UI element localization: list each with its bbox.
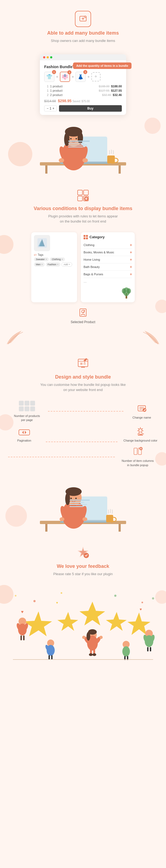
add-bundle-icon — [75, 11, 91, 27]
tag-sweater[interactable]: Sweater × — [34, 257, 49, 261]
feedback-title: We love your feedback — [5, 563, 161, 569]
svg-point-15 — [64, 132, 70, 146]
total-new: $298.95 — [58, 99, 72, 103]
tag-fashion[interactable]: Fashion × — [46, 262, 60, 267]
feature-label-pagination: Pagination — [8, 439, 40, 442]
qty-badge-1: 1 — [52, 70, 56, 74]
grid-cell — [19, 401, 24, 406]
svg-point-79 — [59, 517, 65, 521]
section1-desc: Shop owners can add many bundle items — [5, 38, 161, 43]
svg-point-112 — [89, 653, 93, 656]
bundle-item-1[interactable]: 👕 1 — [44, 72, 54, 82]
svg-rect-28 — [78, 190, 82, 195]
woman-illustration-2 — [32, 473, 134, 535]
remove-tag-sweater[interactable]: × — [46, 258, 47, 261]
section-conditions: Various conditions to display bundle ite… — [0, 177, 166, 324]
remove-tag-fashion[interactable]: × — [57, 263, 58, 266]
grid-cell — [30, 406, 35, 411]
bundle-item-3[interactable]: 👗 1 — [76, 72, 86, 82]
blob-bottom-left — [5, 505, 27, 527]
section-feedback: We love your feedback Please rate 5 star… — [0, 535, 166, 672]
section3-desc: You can customise how the bundle list po… — [5, 382, 161, 393]
qty-value: 1 — [50, 106, 51, 110]
list-item[interactable]: Clothing + — [84, 242, 132, 249]
tags-row-2: Men × Fashion × Add + — [34, 262, 74, 267]
svg-rect-128 — [147, 647, 149, 651]
svg-marker-92 — [106, 612, 127, 631]
svg-rect-101 — [20, 636, 22, 640]
svg-point-131 — [33, 600, 36, 602]
remove-tag-clothing[interactable]: × — [61, 258, 63, 261]
svg-point-41 — [127, 288, 131, 294]
section3-title: Design and style bundle — [5, 374, 161, 380]
svg-point-121 — [122, 646, 130, 656]
svg-rect-23 — [107, 155, 115, 164]
svg-rect-24 — [68, 141, 90, 142]
remove-tag-men[interactable]: × — [42, 263, 43, 266]
list-item[interactable]: Home Living + — [84, 256, 132, 264]
svg-rect-44 — [78, 359, 88, 367]
svg-rect-46 — [80, 363, 82, 365]
grid-cell — [19, 406, 24, 411]
category-header: Category — [84, 235, 132, 239]
browser-bar — [40, 54, 126, 60]
list-item[interactable]: Bath Beauty + — [84, 264, 132, 271]
bundle-add-btn[interactable]: + — [91, 72, 100, 82]
cat-plus-bags[interactable]: + — [130, 272, 132, 276]
bundle-rows: 1 1 product $188.00 $188.00 1 1 product … — [44, 85, 122, 96]
cat-bath: Bath Beauty — [84, 265, 100, 269]
bundle-tooltip: Add the quantity of items in a bundle — [73, 62, 131, 69]
svg-rect-85 — [70, 506, 83, 507]
svg-point-134 — [141, 602, 143, 603]
section-add-bundle: Able to add many bundle items Shop owner… — [0, 0, 166, 177]
svg-rect-8 — [119, 165, 121, 174]
feature-pagination: Pagination — [8, 429, 40, 442]
tags-row: Sweater × Clothing × — [34, 257, 74, 261]
bundle-browser-window: Add the quantity of items in a bundle Fa… — [40, 54, 126, 115]
svg-rect-81 — [106, 515, 113, 522]
svg-marker-58 — [25, 431, 27, 434]
feature-label-products-per-page: Number of productsper page — [8, 414, 46, 422]
tag-clothing[interactable]: Clothing × — [50, 257, 65, 261]
svg-point-75 — [76, 498, 77, 499]
feedback-desc: Please rate 5 star if you like our plugi… — [5, 571, 161, 577]
list-item[interactable]: Bags & Purses + — [84, 271, 132, 278]
cat-books: Books, Movies & Music — [84, 251, 114, 254]
conditions-tags-panel: 🏷 Tags Sweater × Clothing × Men — [31, 232, 77, 302]
svg-rect-30 — [78, 196, 82, 201]
cat-plus-bath[interactable]: + — [130, 265, 132, 269]
cat-plus-books[interactable]: + — [130, 250, 132, 254]
svg-rect-26 — [68, 145, 87, 146]
quantity-stepper[interactable]: − 1 + — [44, 105, 57, 112]
list-item[interactable]: Books, Movies & Music + — [84, 249, 132, 256]
cat-plus-clothing[interactable]: + — [130, 243, 132, 247]
svg-point-88 — [84, 553, 89, 558]
blob-decoration-2 — [144, 118, 161, 134]
qty-minus[interactable]: − — [47, 106, 48, 110]
dashed-connector-3 — [8, 457, 115, 457]
svg-point-16 — [78, 132, 83, 144]
qty-plus[interactable]: + — [52, 106, 54, 110]
bundle-items-row: 👕 1 + 👘 1 + 👗 1 + — [44, 72, 122, 82]
woman-illustration-2-wrap — [0, 473, 166, 535]
svg-point-136 — [152, 597, 154, 599]
buy-button[interactable]: Buy — [59, 105, 122, 112]
svg-marker-91 — [80, 602, 105, 625]
svg-point-22 — [82, 158, 88, 162]
woman-illustration-1 — [32, 112, 134, 177]
conditions-icon — [5, 188, 161, 203]
columns-icon — [133, 446, 142, 456]
product-image — [34, 235, 50, 251]
svg-rect-106 — [48, 655, 50, 659]
section2-title: Various conditions to display bundle ite… — [5, 206, 161, 212]
design-blob-2 — [155, 452, 166, 466]
category-grid-icon — [84, 235, 88, 239]
cat-plus-home[interactable]: + — [130, 257, 132, 262]
tags-label: 🏷 Tags — [34, 253, 74, 256]
bundle-item-2[interactable]: 👘 1 — [60, 72, 70, 82]
tag-men[interactable]: Men × — [34, 262, 45, 267]
bg-color-icon — [135, 427, 145, 436]
svg-point-119 — [86, 632, 90, 641]
add-tag-btn[interactable]: Add + — [61, 262, 72, 267]
browser-dot-red — [43, 56, 45, 58]
